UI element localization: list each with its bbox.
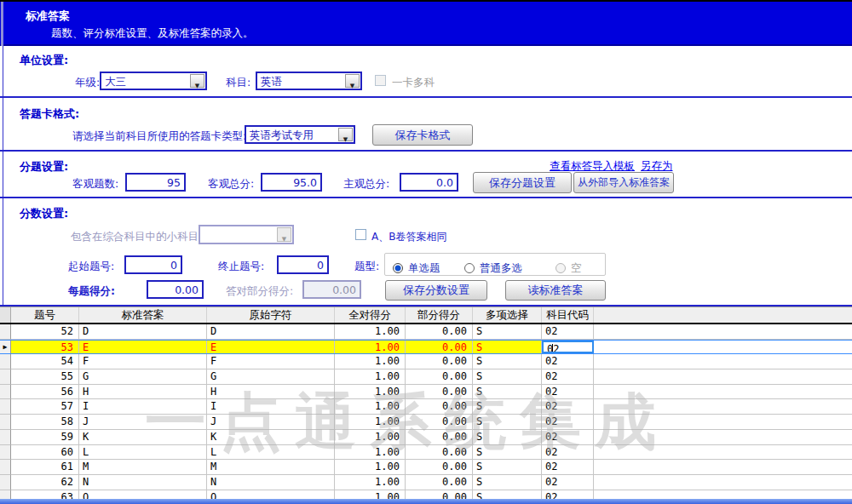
end-number-input[interactable]: 0 [277,255,329,274]
cell-partial-score[interactable]: 0.00 [406,490,473,499]
cell-subject-code[interactable]: 02 [542,385,594,400]
cell-full-score[interactable]: 1.00 [335,354,406,369]
cell-subject-code[interactable]: 02 [542,430,594,445]
grade-select[interactable]: 大三 ▼ [100,72,207,90]
cell-question-no[interactable]: 53 [11,341,79,354]
cell-raw-chars[interactable]: H [207,385,335,400]
cell-question-no[interactable]: 62 [11,475,79,490]
chevron-down-icon[interactable]: ▼ [338,128,353,141]
cell-standard-answer[interactable]: N [79,475,207,490]
row-selector[interactable] [0,430,11,445]
cell-multi-select[interactable]: S [473,399,542,415]
cell-multi-select[interactable]: S [473,415,542,430]
cell-full-score[interactable]: 1.00 [335,324,406,340]
cell-raw-chars[interactable]: G [207,369,335,385]
cell-question-no[interactable]: 58 [11,415,79,430]
cell-standard-answer[interactable]: K [79,430,207,445]
cell-question-no[interactable]: 57 [11,399,79,415]
cell-raw-chars[interactable]: I [207,399,335,415]
col-header-question-no[interactable]: 题号 [11,307,79,323]
read-standard-answers-button[interactable]: 读标准答案 [505,280,606,301]
cell-partial-score[interactable]: 0.00 [406,475,473,490]
cell-subject-code[interactable]: 02 [542,399,594,415]
cell-multi-select[interactable]: S [473,460,542,475]
cell-full-score[interactable]: 1.00 [335,475,406,490]
ab-same-checkbox[interactable] [355,229,366,240]
cell-subject-code[interactable]: 02 [542,475,594,490]
col-header-multi-select[interactable]: 多项选择 [473,307,542,323]
row-selector[interactable] [0,460,11,475]
cell-multi-select[interactable]: S [473,341,542,354]
cell-question-no[interactable]: 54 [11,354,79,369]
cell-subject-code[interactable]: 02 [542,369,594,385]
cell-partial-score[interactable]: 0.00 [406,324,473,340]
col-header-subject-code[interactable]: 科目代码 [542,307,594,323]
row-selector[interactable] [0,385,11,400]
cell-multi-select[interactable]: S [473,369,542,385]
cell-standard-answer[interactable]: D [79,324,207,340]
card-type-select[interactable]: 英语考试专用 ▼ [245,125,355,144]
import-answers-button[interactable]: 从外部导入标准答案 [573,172,674,193]
save-card-format-button[interactable]: 保存卡格式 [372,124,473,146]
cell-standard-answer[interactable]: G [79,369,207,385]
cell-subject-code[interactable]: 02 [542,415,594,430]
row-selector-arrow-icon[interactable]: ▶ [0,341,11,354]
row-selector[interactable] [0,415,11,430]
radio-multi-choice[interactable]: 普通多选 [464,259,522,276]
start-number-input[interactable]: 0 [124,255,182,274]
cell-full-score[interactable]: 1.00 [335,445,406,461]
cell-standard-answer[interactable]: E [79,341,207,354]
cell-question-no[interactable]: 55 [11,369,79,385]
cell-raw-chars[interactable]: L [207,445,335,461]
cell-partial-score[interactable]: 0.00 [406,430,473,445]
cell-partial-score[interactable]: 0.00 [406,341,473,354]
cell-partial-score[interactable]: 0.00 [406,460,473,475]
radio-single-choice[interactable]: 单选题 [393,259,440,276]
cell-subject-code[interactable]: 02 [542,354,594,369]
row-selector[interactable] [0,490,11,499]
cell-standard-answer[interactable]: J [79,415,207,430]
cell-partial-score[interactable]: 0.00 [406,354,473,369]
cell-multi-select[interactable]: S [473,430,542,445]
cell-raw-chars[interactable]: E [207,341,335,354]
cell-partial-score[interactable]: 0.00 [406,415,473,430]
cell-multi-select[interactable]: S [473,475,542,490]
cell-full-score[interactable]: 1.00 [335,460,406,475]
cell-standard-answer[interactable]: I [79,399,207,415]
cell-subject-code[interactable]: 02 [542,490,594,499]
multi-card-checkbox[interactable] [375,75,386,86]
save-split-settings-button[interactable]: 保存分题设置 [473,172,572,193]
row-selector[interactable] [0,369,11,385]
objective-score-input[interactable]: 95.0 [261,173,322,192]
cell-full-score[interactable]: 1.00 [335,415,406,430]
save-score-settings-button[interactable]: 保存分数设置 [385,280,487,301]
chevron-down-icon[interactable]: ▼ [190,74,204,88]
cell-raw-chars[interactable]: K [207,430,335,445]
cell-standard-answer[interactable]: L [79,445,207,461]
cell-raw-chars[interactable]: J [207,415,335,430]
col-header-partial-score[interactable]: 部分得分 [406,307,473,323]
cell-full-score[interactable]: 1.00 [335,385,406,400]
cell-question-no[interactable]: 56 [11,385,79,400]
row-selector[interactable] [0,445,11,461]
cell-full-score[interactable]: 1.00 [335,341,406,354]
cell-partial-score[interactable]: 0.00 [406,399,473,415]
cell-raw-chars[interactable]: D [207,324,335,340]
cell-subject-code[interactable]: 02 [542,460,594,475]
cell-raw-chars[interactable]: O [207,490,335,499]
cell-full-score[interactable]: 1.00 [335,399,406,415]
row-selector[interactable] [0,354,11,369]
cell-subject-code[interactable]: 02 [542,324,594,340]
cell-multi-select[interactable]: S [473,324,542,340]
cell-full-score[interactable]: 1.00 [335,490,406,499]
cell-multi-select[interactable]: S [473,490,542,499]
row-selector[interactable] [0,475,11,490]
cell-full-score[interactable]: 1.00 [335,430,406,445]
cell-question-no[interactable]: 60 [11,445,79,461]
subjective-score-input[interactable]: 0.0 [400,173,458,192]
cell-question-no[interactable]: 63 [11,490,79,499]
cell-partial-score[interactable]: 0.00 [406,385,473,400]
cell-full-score[interactable]: 1.00 [335,369,406,385]
cell-standard-answer[interactable]: F [79,354,207,369]
cell-multi-select[interactable]: S [473,385,542,400]
